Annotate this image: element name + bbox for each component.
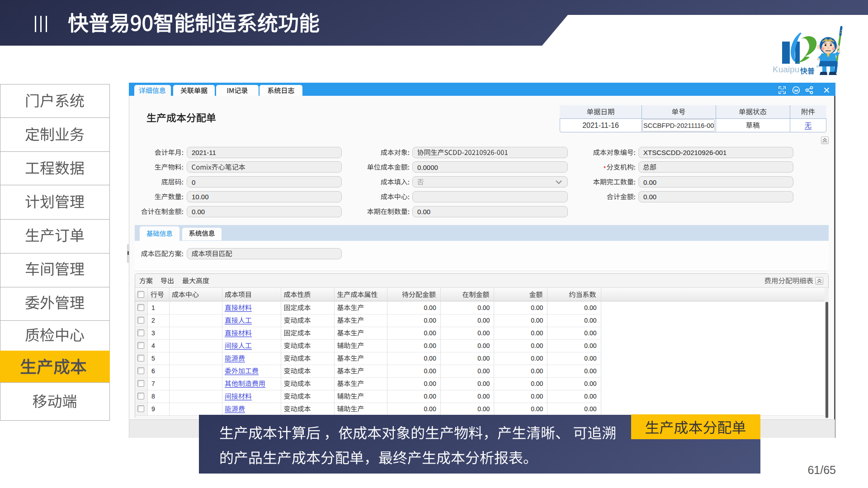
svg-text:IM: IM xyxy=(794,89,798,93)
